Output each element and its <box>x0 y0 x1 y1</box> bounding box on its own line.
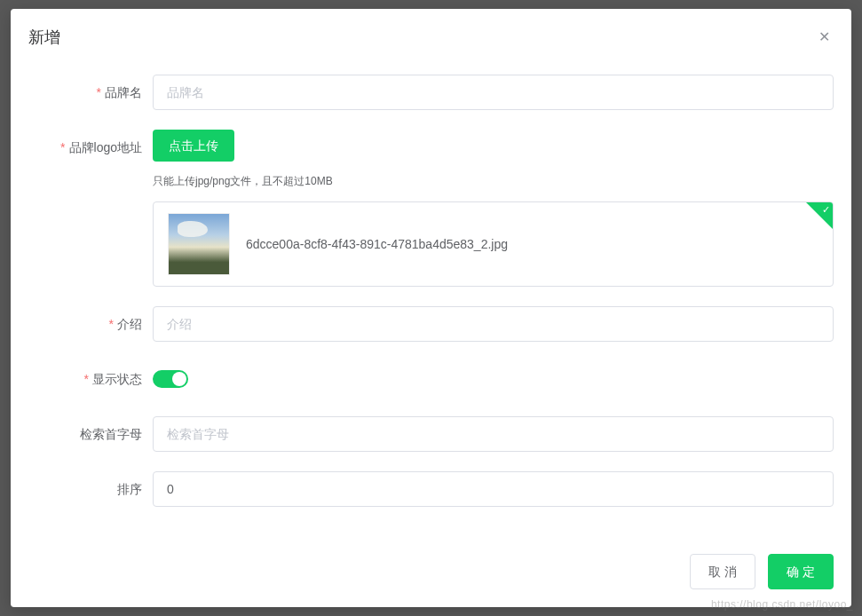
switch-handle <box>172 372 186 386</box>
confirm-button[interactable]: 确 定 <box>768 554 834 589</box>
uploaded-file-name: 6dcce00a-8cf8-4f43-891c-4781ba4d5e83_2.j… <box>246 237 508 251</box>
sort-input[interactable] <box>153 471 834 507</box>
brand-name-label: 品牌名 <box>28 75 153 110</box>
sort-label: 排序 <box>28 471 153 507</box>
dialog-header: 新增 ✕ <box>11 9 851 57</box>
form-item-show-status: 显示状态 <box>28 361 834 397</box>
brand-name-input[interactable] <box>153 75 834 110</box>
upload-tip: 只能上传jpg/png文件，且不超过10MB <box>153 174 834 189</box>
dialog-footer: 取 消 确 定 <box>11 545 851 607</box>
check-icon: ✓ <box>822 204 830 216</box>
intro-label: 介绍 <box>28 306 153 342</box>
dialog: 新增 ✕ 品牌名 品牌logo地址 点击上传 只能上传jpg/png文件，且不超… <box>11 9 851 607</box>
form-item-brand-name: 品牌名 <box>28 75 834 110</box>
form-item-first-letter: 检索首字母 <box>28 416 834 452</box>
dialog-body: 品牌名 品牌logo地址 点击上传 只能上传jpg/png文件，且不超过10MB… <box>11 57 851 545</box>
upload-button[interactable]: 点击上传 <box>153 130 234 162</box>
first-letter-input[interactable] <box>153 416 834 452</box>
form-item-logo: 品牌logo地址 点击上传 只能上传jpg/png文件，且不超过10MB 6dc… <box>28 130 834 287</box>
intro-input[interactable] <box>153 306 834 342</box>
show-status-switch[interactable] <box>153 370 188 388</box>
form-item-intro: 介绍 <box>28 306 834 342</box>
cancel-button[interactable]: 取 消 <box>690 554 755 589</box>
dialog-title: 新增 <box>28 27 60 48</box>
logo-label: 品牌logo地址 <box>28 130 153 165</box>
uploaded-file-card[interactable]: 6dcce00a-8cf8-4f43-891c-4781ba4d5e83_2.j… <box>153 201 834 287</box>
form-item-sort: 排序 <box>28 471 834 507</box>
first-letter-label: 检索首字母 <box>28 416 153 452</box>
close-icon[interactable]: ✕ <box>815 27 834 48</box>
thumbnail-image <box>168 213 230 275</box>
show-status-label: 显示状态 <box>28 361 153 397</box>
